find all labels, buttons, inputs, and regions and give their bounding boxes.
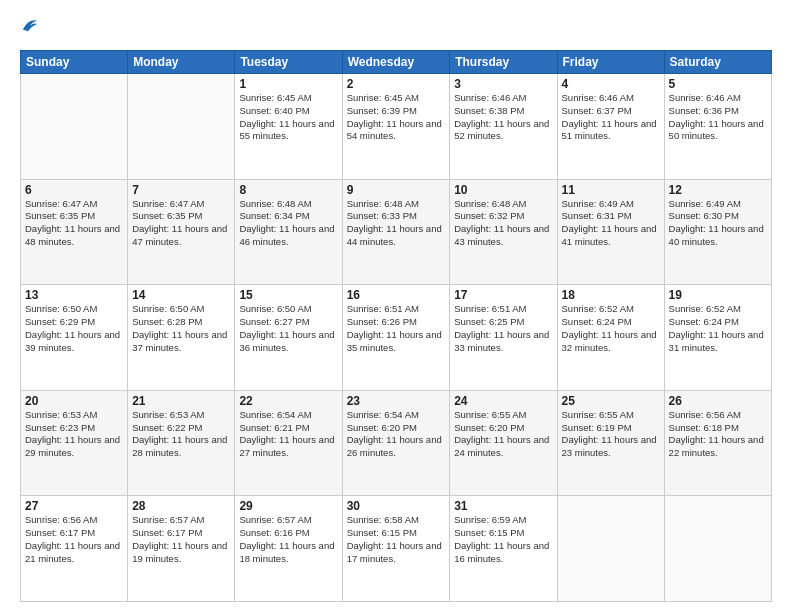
day-number: 30: [347, 499, 446, 513]
calendar-cell: 6Sunrise: 6:47 AM Sunset: 6:35 PM Daylig…: [21, 179, 128, 285]
day-info: Sunrise: 6:53 AM Sunset: 6:22 PM Dayligh…: [132, 409, 230, 460]
day-info: Sunrise: 6:48 AM Sunset: 6:33 PM Dayligh…: [347, 198, 446, 249]
calendar-cell: 17Sunrise: 6:51 AM Sunset: 6:25 PM Dayli…: [450, 285, 557, 391]
day-number: 3: [454, 77, 552, 91]
day-number: 22: [239, 394, 337, 408]
day-info: Sunrise: 6:59 AM Sunset: 6:15 PM Dayligh…: [454, 514, 552, 565]
day-number: 28: [132, 499, 230, 513]
day-info: Sunrise: 6:45 AM Sunset: 6:40 PM Dayligh…: [239, 92, 337, 143]
day-number: 13: [25, 288, 123, 302]
day-info: Sunrise: 6:55 AM Sunset: 6:19 PM Dayligh…: [562, 409, 660, 460]
calendar-cell: 24Sunrise: 6:55 AM Sunset: 6:20 PM Dayli…: [450, 390, 557, 496]
day-info: Sunrise: 6:55 AM Sunset: 6:20 PM Dayligh…: [454, 409, 552, 460]
calendar-cell: [557, 496, 664, 602]
header: [20, 16, 772, 40]
calendar-cell: 8Sunrise: 6:48 AM Sunset: 6:34 PM Daylig…: [235, 179, 342, 285]
day-info: Sunrise: 6:51 AM Sunset: 6:25 PM Dayligh…: [454, 303, 552, 354]
calendar-cell: 13Sunrise: 6:50 AM Sunset: 6:29 PM Dayli…: [21, 285, 128, 391]
calendar-cell: 15Sunrise: 6:50 AM Sunset: 6:27 PM Dayli…: [235, 285, 342, 391]
day-number: 18: [562, 288, 660, 302]
day-info: Sunrise: 6:50 AM Sunset: 6:29 PM Dayligh…: [25, 303, 123, 354]
logo-bird-icon: [21, 16, 39, 34]
calendar-cell: 20Sunrise: 6:53 AM Sunset: 6:23 PM Dayli…: [21, 390, 128, 496]
calendar-cell: 1Sunrise: 6:45 AM Sunset: 6:40 PM Daylig…: [235, 74, 342, 180]
day-number: 6: [25, 183, 123, 197]
day-number: 1: [239, 77, 337, 91]
day-info: Sunrise: 6:49 AM Sunset: 6:30 PM Dayligh…: [669, 198, 767, 249]
day-number: 7: [132, 183, 230, 197]
calendar-header-saturday: Saturday: [664, 51, 771, 74]
day-number: 31: [454, 499, 552, 513]
day-info: Sunrise: 6:46 AM Sunset: 6:37 PM Dayligh…: [562, 92, 660, 143]
day-number: 26: [669, 394, 767, 408]
calendar-cell: 7Sunrise: 6:47 AM Sunset: 6:35 PM Daylig…: [128, 179, 235, 285]
calendar-week-2: 6Sunrise: 6:47 AM Sunset: 6:35 PM Daylig…: [21, 179, 772, 285]
day-number: 14: [132, 288, 230, 302]
day-number: 17: [454, 288, 552, 302]
day-info: Sunrise: 6:48 AM Sunset: 6:32 PM Dayligh…: [454, 198, 552, 249]
calendar-cell: 5Sunrise: 6:46 AM Sunset: 6:36 PM Daylig…: [664, 74, 771, 180]
calendar-week-3: 13Sunrise: 6:50 AM Sunset: 6:29 PM Dayli…: [21, 285, 772, 391]
day-info: Sunrise: 6:54 AM Sunset: 6:21 PM Dayligh…: [239, 409, 337, 460]
day-number: 16: [347, 288, 446, 302]
day-info: Sunrise: 6:54 AM Sunset: 6:20 PM Dayligh…: [347, 409, 446, 460]
logo: [20, 16, 39, 40]
day-number: 24: [454, 394, 552, 408]
calendar-cell: 9Sunrise: 6:48 AM Sunset: 6:33 PM Daylig…: [342, 179, 450, 285]
day-number: 8: [239, 183, 337, 197]
day-info: Sunrise: 6:46 AM Sunset: 6:38 PM Dayligh…: [454, 92, 552, 143]
calendar-header-wednesday: Wednesday: [342, 51, 450, 74]
day-number: 5: [669, 77, 767, 91]
day-number: 9: [347, 183, 446, 197]
day-info: Sunrise: 6:51 AM Sunset: 6:26 PM Dayligh…: [347, 303, 446, 354]
calendar-cell: 2Sunrise: 6:45 AM Sunset: 6:39 PM Daylig…: [342, 74, 450, 180]
day-info: Sunrise: 6:52 AM Sunset: 6:24 PM Dayligh…: [669, 303, 767, 354]
calendar-cell: 22Sunrise: 6:54 AM Sunset: 6:21 PM Dayli…: [235, 390, 342, 496]
calendar-cell: 18Sunrise: 6:52 AM Sunset: 6:24 PM Dayli…: [557, 285, 664, 391]
day-info: Sunrise: 6:57 AM Sunset: 6:17 PM Dayligh…: [132, 514, 230, 565]
day-number: 29: [239, 499, 337, 513]
calendar-cell: 31Sunrise: 6:59 AM Sunset: 6:15 PM Dayli…: [450, 496, 557, 602]
calendar-cell: 16Sunrise: 6:51 AM Sunset: 6:26 PM Dayli…: [342, 285, 450, 391]
calendar-cell: 11Sunrise: 6:49 AM Sunset: 6:31 PM Dayli…: [557, 179, 664, 285]
day-info: Sunrise: 6:47 AM Sunset: 6:35 PM Dayligh…: [25, 198, 123, 249]
day-number: 19: [669, 288, 767, 302]
day-number: 2: [347, 77, 446, 91]
calendar-cell: 29Sunrise: 6:57 AM Sunset: 6:16 PM Dayli…: [235, 496, 342, 602]
logo-text: [20, 16, 39, 40]
calendar-cell: 12Sunrise: 6:49 AM Sunset: 6:30 PM Dayli…: [664, 179, 771, 285]
calendar-header-tuesday: Tuesday: [235, 51, 342, 74]
day-info: Sunrise: 6:57 AM Sunset: 6:16 PM Dayligh…: [239, 514, 337, 565]
calendar-week-5: 27Sunrise: 6:56 AM Sunset: 6:17 PM Dayli…: [21, 496, 772, 602]
calendar-cell: [128, 74, 235, 180]
day-number: 25: [562, 394, 660, 408]
calendar-header-row: SundayMondayTuesdayWednesdayThursdayFrid…: [21, 51, 772, 74]
calendar-cell: 19Sunrise: 6:52 AM Sunset: 6:24 PM Dayli…: [664, 285, 771, 391]
calendar-cell: 25Sunrise: 6:55 AM Sunset: 6:19 PM Dayli…: [557, 390, 664, 496]
calendar-cell: [21, 74, 128, 180]
calendar-cell: 27Sunrise: 6:56 AM Sunset: 6:17 PM Dayli…: [21, 496, 128, 602]
calendar-week-1: 1Sunrise: 6:45 AM Sunset: 6:40 PM Daylig…: [21, 74, 772, 180]
calendar-week-4: 20Sunrise: 6:53 AM Sunset: 6:23 PM Dayli…: [21, 390, 772, 496]
calendar-cell: 10Sunrise: 6:48 AM Sunset: 6:32 PM Dayli…: [450, 179, 557, 285]
calendar-cell: 26Sunrise: 6:56 AM Sunset: 6:18 PM Dayli…: [664, 390, 771, 496]
day-info: Sunrise: 6:49 AM Sunset: 6:31 PM Dayligh…: [562, 198, 660, 249]
day-info: Sunrise: 6:56 AM Sunset: 6:18 PM Dayligh…: [669, 409, 767, 460]
day-info: Sunrise: 6:48 AM Sunset: 6:34 PM Dayligh…: [239, 198, 337, 249]
calendar-header-friday: Friday: [557, 51, 664, 74]
day-number: 4: [562, 77, 660, 91]
day-info: Sunrise: 6:50 AM Sunset: 6:27 PM Dayligh…: [239, 303, 337, 354]
day-number: 27: [25, 499, 123, 513]
day-info: Sunrise: 6:53 AM Sunset: 6:23 PM Dayligh…: [25, 409, 123, 460]
day-info: Sunrise: 6:52 AM Sunset: 6:24 PM Dayligh…: [562, 303, 660, 354]
day-number: 11: [562, 183, 660, 197]
day-number: 23: [347, 394, 446, 408]
day-info: Sunrise: 6:46 AM Sunset: 6:36 PM Dayligh…: [669, 92, 767, 143]
day-number: 10: [454, 183, 552, 197]
day-number: 15: [239, 288, 337, 302]
calendar-header-sunday: Sunday: [21, 51, 128, 74]
day-number: 20: [25, 394, 123, 408]
day-number: 21: [132, 394, 230, 408]
day-info: Sunrise: 6:58 AM Sunset: 6:15 PM Dayligh…: [347, 514, 446, 565]
page: SundayMondayTuesdayWednesdayThursdayFrid…: [0, 0, 792, 612]
